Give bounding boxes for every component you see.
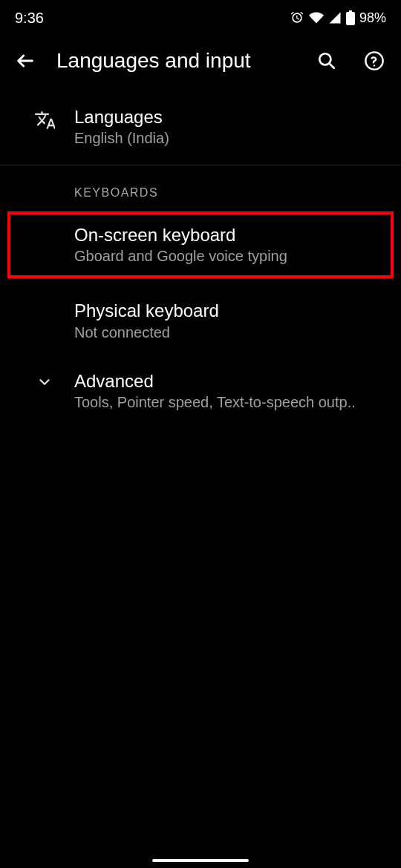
back-button[interactable] [12,47,39,74]
alarm-icon [290,10,304,25]
navigation-bar[interactable] [0,859,401,862]
languages-title: Languages [74,105,386,128]
page-title: Languages and input [56,49,294,73]
physical-keyboard-title: Physical keyboard [74,299,386,322]
translate-icon [34,110,55,131]
status-icons: 98% [290,10,386,26]
chevron-down-icon [36,374,53,390]
battery-percentage: 98% [359,10,386,26]
cellular-signal-icon [328,11,342,24]
battery-icon [346,10,355,25]
svg-point-4 [374,65,375,66]
advanced-subtitle: Tools, Pointer speed, Text-to-speech out… [74,394,386,411]
svg-rect-1 [349,10,352,13]
help-button[interactable] [359,46,389,76]
status-bar: 9:36 98% [0,0,401,33]
navigation-handle[interactable] [152,859,249,862]
physical-keyboard-item[interactable]: Physical keyboard Not connected [0,283,401,352]
app-bar: Languages and input [0,33,401,93]
advanced-title: Advanced [74,369,386,392]
physical-keyboard-subtitle: Not connected [74,324,386,341]
wifi-icon [309,10,324,25]
advanced-item[interactable]: Advanced Tools, Pointer speed, Text-to-s… [0,353,401,423]
onscreen-keyboard-subtitle: Gboard and Google voice typing [74,248,383,265]
svg-rect-0 [346,12,355,25]
languages-item[interactable]: Languages English (India) [0,93,401,159]
onscreen-keyboard-item[interactable]: On-screen keyboard Gboard and Google voi… [18,223,383,265]
keyboards-section-header: KEYBOARDS [0,165,401,207]
onscreen-keyboard-title: On-screen keyboard [74,223,383,246]
highlight-annotation: On-screen keyboard Gboard and Google voi… [7,211,394,278]
languages-subtitle: English (India) [74,130,386,147]
search-button[interactable] [312,46,342,76]
status-time: 9:36 [15,10,44,27]
